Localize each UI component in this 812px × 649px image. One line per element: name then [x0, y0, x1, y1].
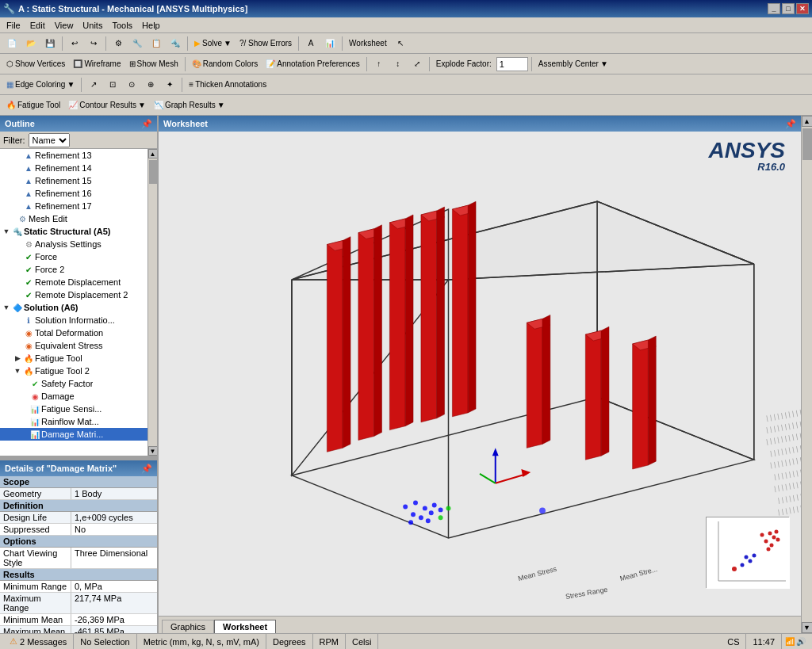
tree-item-rainflow[interactable]: 📊 Rainflow Mat...	[0, 415, 147, 428]
arrow1-button[interactable]: ↑	[370, 55, 388, 73]
tree-item-equiv-stress[interactable]: ◉ Equivalent Stress	[0, 339, 147, 352]
tree-item-force[interactable]: ✔ Force	[0, 250, 147, 263]
tree-item-refinement15[interactable]: ▲ Refinement 15	[0, 174, 147, 187]
worksheet-button[interactable]: Worksheet	[346, 35, 390, 52]
toolbar-icon2[interactable]: 🔧	[128, 35, 146, 52]
open-button[interactable]: 📂	[22, 35, 40, 52]
wireframe-button[interactable]: 🔲 Wireframe	[70, 55, 124, 73]
minimize-button[interactable]: _	[768, 3, 780, 14]
viewport-pin-icon[interactable]: 📌	[785, 119, 796, 129]
assembly-center-btn[interactable]: Assembly Center ▼	[535, 55, 611, 73]
maximize-button[interactable]: □	[782, 3, 795, 14]
toolbar-icon6[interactable]: 📊	[321, 35, 339, 52]
svg-marker-9	[327, 241, 343, 452]
toolbar-icon1[interactable]: ⚙	[109, 35, 127, 52]
select-mode-btn4[interactable]: ⊕	[142, 76, 159, 94]
random-colors-button[interactable]: 🎨 Random Colors	[189, 55, 261, 73]
vscroll-down[interactable]: ▼	[802, 622, 813, 633]
vscroll-thumb[interactable]	[802, 128, 812, 160]
show-mesh-button[interactable]: ⊞ Show Mesh	[126, 55, 182, 73]
tree-item-mesh-edit[interactable]: ⚙ Mesh Edit	[0, 212, 147, 225]
graph-results-button[interactable]: 📉 Graph Results ▼	[151, 97, 228, 114]
show-vertices-button[interactable]: ⬡ Show Vertices	[3, 55, 68, 73]
filter-select[interactable]: Name	[29, 133, 70, 147]
vscroll-up[interactable]: ▲	[802, 116, 813, 127]
cursor-button[interactable]: ↖	[392, 35, 409, 52]
solve-button[interactable]: ▶ Solve ▼	[191, 35, 235, 52]
outline-scrollbar[interactable]: ▲ ▼	[147, 149, 157, 456]
menu-file[interactable]: File	[2, 19, 25, 32]
menu-view[interactable]: View	[50, 19, 79, 32]
wireframe-label: Wireframe	[84, 59, 121, 68]
thicken-annotations-button[interactable]: ≡ Thicken Annotations	[186, 76, 270, 94]
details-pin-icon[interactable]: 📌	[141, 464, 152, 474]
tree-item-damage-matrix[interactable]: 📊 Damage Matri...	[0, 428, 147, 441]
tree-item-static-structural[interactable]: ▼ 🔩 Static Structural (A5)	[0, 225, 147, 238]
tree-item-analysis-settings[interactable]: ⚙ Analysis Settings	[0, 238, 147, 250]
tree-label-refinement17: Refinement 17	[35, 201, 92, 211]
tree-item-fatigue-tool2[interactable]: ▼ 🔥 Fatigue Tool 2	[0, 365, 147, 377]
contour-results-button[interactable]: 📈 Contour Results ▼	[65, 97, 149, 114]
viewport-canvas[interactable]: ANSYS R16.0	[159, 132, 801, 616]
explode-input[interactable]	[496, 57, 528, 71]
edge-coloring-label: Edge Coloring	[15, 80, 65, 89]
select-mode-btn1[interactable]: ↗	[85, 76, 102, 94]
outline-pin-icon[interactable]: 📌	[141, 119, 152, 129]
tree-item-refinement14[interactable]: ▲ Refinement 14	[0, 162, 147, 174]
details-section-definition: Definition	[0, 500, 157, 512]
details-value-suppressed: No	[71, 524, 157, 535]
tree-item-refinement16[interactable]: ▲ Refinement 16	[0, 187, 147, 200]
tree-item-total-deform[interactable]: ◉ Total Deformation	[0, 326, 147, 339]
select-mode-btn5[interactable]: ✦	[161, 76, 178, 94]
fatigue-tool-button[interactable]: 🔥 Fatigue Tool	[3, 97, 63, 114]
show-errors-button[interactable]: ?/ Show Errors	[236, 35, 295, 52]
tree-icon-refinement15: ▲	[22, 175, 35, 186]
details-section-scope: Scope	[0, 476, 157, 488]
toolbar-icon5[interactable]: A	[302, 35, 320, 52]
toolbar1: 📄 📂 💾 ↩ ↪ ⚙ 🔧 📋 🔩 ▶ Solve ▼ ?/ Show Erro…	[0, 33, 812, 54]
menu-units[interactable]: Units	[78, 19, 107, 32]
arrow3-button[interactable]: ⤢	[408, 55, 426, 73]
viewport-scrollbar[interactable]: ▲ ▼	[801, 116, 812, 633]
fatigue-tool-icon: 🔥	[6, 101, 16, 109]
svg-point-75	[745, 555, 749, 559]
menu-help[interactable]: Help	[137, 19, 165, 32]
tree-icon-refinement14: ▲	[22, 162, 35, 174]
sep6	[185, 57, 186, 71]
toolbar-icon3[interactable]: 📋	[147, 35, 165, 52]
scroll-up-btn[interactable]: ▲	[148, 149, 158, 158]
new-button[interactable]: 📄	[3, 35, 21, 52]
tree-item-force2[interactable]: ✔ Force 2	[0, 263, 147, 276]
tree-item-solution[interactable]: ▼ 🔷 Solution (A6)	[0, 301, 147, 314]
redo-button[interactable]: ↪	[85, 35, 102, 52]
tab-graphics[interactable]: Graphics	[162, 620, 214, 633]
tree-label-fatigue-tool2: Fatigue Tool 2	[35, 366, 90, 376]
arrow2-button[interactable]: ↕	[389, 55, 407, 73]
close-button[interactable]: ✕	[796, 3, 809, 14]
scroll-down-btn[interactable]: ▼	[148, 446, 158, 456]
details-key-min-range: Minimum Range	[0, 581, 71, 592]
tree-item-remote-disp[interactable]: ✔ Remote Displacement	[0, 276, 147, 288]
tree-item-fatigue-sens[interactable]: 📊 Fatigue Sensi...	[0, 403, 147, 415]
select-mode-btn3[interactable]: ⊙	[123, 76, 140, 94]
menu-edit[interactable]: Edit	[25, 19, 50, 32]
tree-item-refinement17[interactable]: ▲ Refinement 17	[0, 200, 147, 212]
toolbar-icon4[interactable]: 🔩	[167, 35, 184, 52]
menu-tools[interactable]: Tools	[107, 19, 137, 32]
edge-coloring-button[interactable]: ▦ Edge Coloring ▼	[3, 76, 78, 94]
tab-worksheet[interactable]: Worksheet	[214, 620, 276, 633]
titlebar-text: A : Static Structural - Mechanical [ANSY…	[18, 4, 247, 13]
save-button[interactable]: 💾	[41, 35, 59, 52]
tree-item-damage[interactable]: ◉ Damage	[0, 390, 147, 403]
svg-point-67	[768, 532, 772, 536]
tree-item-safety-factor[interactable]: ✔ Safety Factor	[0, 377, 147, 390]
scroll-thumb[interactable]	[149, 160, 157, 184]
annotation-prefs-button[interactable]: 📝 Annotation Preferences	[262, 55, 363, 73]
tree-item-solution-info[interactable]: ℹ Solution Informatio...	[0, 314, 147, 326]
graph-results-icon: 📉	[154, 101, 163, 109]
tree-item-fatigue-tool[interactable]: ▶ 🔥 Fatigue Tool	[0, 352, 147, 365]
select-mode-btn2[interactable]: ⊡	[104, 76, 121, 94]
tree-item-refinement13[interactable]: ▲ Refinement 13	[0, 149, 147, 162]
undo-button[interactable]: ↩	[66, 35, 83, 52]
tree-item-remote-disp2[interactable]: ✔ Remote Displacement 2	[0, 288, 147, 301]
